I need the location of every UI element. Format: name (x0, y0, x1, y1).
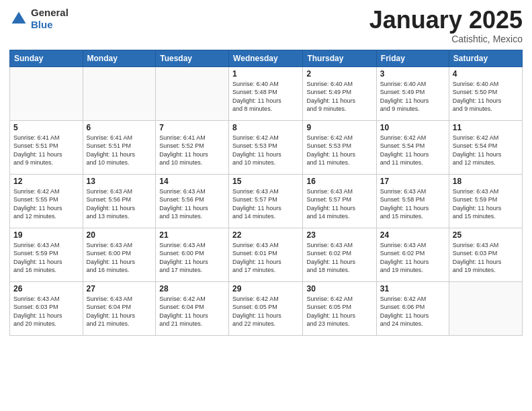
calendar-week: 1Sunrise: 6:40 AM Sunset: 5:48 PM Daylig… (10, 66, 523, 120)
calendar-cell: 28Sunrise: 6:42 AM Sunset: 6:04 PM Dayli… (156, 281, 229, 335)
calendar-cell: 23Sunrise: 6:43 AM Sunset: 6:02 PM Dayli… (303, 228, 376, 281)
day-number: 2 (306, 69, 372, 79)
calendar-cell (156, 66, 229, 120)
day-number: 10 (380, 123, 445, 132)
day-number: 22 (232, 230, 299, 240)
day-number: 9 (306, 123, 372, 132)
logo-blue: Blue (31, 19, 53, 30)
day-number: 25 (453, 230, 519, 240)
day-info: Sunrise: 6:40 AM Sunset: 5:50 PM Dayligh… (453, 80, 519, 113)
day-info: Sunrise: 6:43 AM Sunset: 5:57 PM Dayligh… (232, 187, 299, 221)
calendar-cell: 30Sunrise: 6:42 AM Sunset: 6:05 PM Dayli… (303, 281, 376, 335)
calendar-cell: 27Sunrise: 6:43 AM Sunset: 6:04 PM Dayli… (83, 281, 156, 335)
day-number: 21 (159, 230, 225, 240)
calendar-week: 12Sunrise: 6:42 AM Sunset: 5:55 PM Dayli… (10, 174, 523, 228)
calendar-cell: 26Sunrise: 6:43 AM Sunset: 6:03 PM Dayli… (10, 281, 83, 335)
day-number: 29 (232, 284, 299, 293)
day-info: Sunrise: 6:43 AM Sunset: 6:04 PM Dayligh… (87, 295, 152, 328)
day-info: Sunrise: 6:43 AM Sunset: 6:03 PM Dayligh… (13, 295, 79, 328)
calendar-cell: 4Sunrise: 6:40 AM Sunset: 5:50 PM Daylig… (449, 66, 522, 120)
calendar-cell: 25Sunrise: 6:43 AM Sunset: 6:03 PM Dayli… (449, 228, 522, 281)
day-info: Sunrise: 6:43 AM Sunset: 6:03 PM Dayligh… (453, 241, 519, 275)
day-info: Sunrise: 6:43 AM Sunset: 5:56 PM Dayligh… (87, 187, 152, 221)
day-number: 23 (306, 230, 372, 240)
calendar-cell: 3Sunrise: 6:40 AM Sunset: 5:49 PM Daylig… (376, 66, 449, 120)
weekday-header: Friday (376, 50, 449, 66)
day-number: 5 (13, 123, 79, 132)
calendar-cell: 5Sunrise: 6:41 AM Sunset: 5:51 PM Daylig… (10, 120, 83, 174)
calendar-cell: 8Sunrise: 6:42 AM Sunset: 5:53 PM Daylig… (229, 120, 303, 174)
calendar-cell: 9Sunrise: 6:42 AM Sunset: 5:53 PM Daylig… (303, 120, 376, 174)
weekday-header: Saturday (449, 50, 522, 66)
day-info: Sunrise: 6:42 AM Sunset: 5:54 PM Dayligh… (453, 134, 519, 167)
calendar-cell (83, 66, 156, 120)
day-info: Sunrise: 6:43 AM Sunset: 5:58 PM Dayligh… (380, 187, 445, 221)
day-number: 16 (306, 177, 372, 186)
day-info: Sunrise: 6:42 AM Sunset: 5:54 PM Dayligh… (380, 134, 445, 167)
calendar-cell: 29Sunrise: 6:42 AM Sunset: 6:05 PM Dayli… (229, 281, 303, 335)
day-info: Sunrise: 6:43 AM Sunset: 6:02 PM Dayligh… (306, 241, 372, 275)
calendar-week: 5Sunrise: 6:41 AM Sunset: 5:51 PM Daylig… (10, 120, 523, 174)
calendar-cell: 7Sunrise: 6:41 AM Sunset: 5:52 PM Daylig… (156, 120, 229, 174)
calendar-cell: 11Sunrise: 6:42 AM Sunset: 5:54 PM Dayli… (449, 120, 522, 174)
calendar-cell: 18Sunrise: 6:43 AM Sunset: 5:59 PM Dayli… (449, 174, 522, 228)
day-number: 8 (232, 123, 299, 132)
day-number: 28 (159, 284, 225, 293)
day-info: Sunrise: 6:41 AM Sunset: 5:51 PM Dayligh… (13, 134, 79, 167)
calendar-header: SundayMondayTuesdayWednesdayThursdayFrid… (10, 50, 523, 66)
day-info: Sunrise: 6:43 AM Sunset: 5:59 PM Dayligh… (13, 241, 79, 275)
day-info: Sunrise: 6:42 AM Sunset: 6:04 PM Dayligh… (159, 295, 225, 328)
calendar-cell: 19Sunrise: 6:43 AM Sunset: 5:59 PM Dayli… (10, 228, 83, 281)
day-info: Sunrise: 6:43 AM Sunset: 5:57 PM Dayligh… (306, 187, 372, 221)
weekday-header: Sunday (10, 50, 83, 66)
day-info: Sunrise: 6:40 AM Sunset: 5:49 PM Dayligh… (306, 80, 372, 113)
calendar-cell: 14Sunrise: 6:43 AM Sunset: 5:56 PM Dayli… (156, 174, 229, 228)
calendar-body: 1Sunrise: 6:40 AM Sunset: 5:48 PM Daylig… (10, 66, 523, 335)
calendar-cell: 21Sunrise: 6:43 AM Sunset: 6:00 PM Dayli… (156, 228, 229, 281)
day-info: Sunrise: 6:43 AM Sunset: 6:00 PM Dayligh… (87, 241, 152, 275)
logo: General Blue (9, 7, 69, 31)
calendar: SundayMondayTuesdayWednesdayThursdayFrid… (9, 50, 523, 336)
day-info: Sunrise: 6:40 AM Sunset: 5:49 PM Dayligh… (380, 80, 445, 113)
day-info: Sunrise: 6:42 AM Sunset: 5:53 PM Dayligh… (306, 134, 372, 167)
logo-general: General (31, 7, 69, 18)
location: Catishtic, Mexico (369, 34, 523, 44)
day-number: 1 (232, 69, 299, 79)
logo-text: General Blue (31, 7, 69, 31)
calendar-cell: 12Sunrise: 6:42 AM Sunset: 5:55 PM Dayli… (10, 174, 83, 228)
calendar-cell: 17Sunrise: 6:43 AM Sunset: 5:58 PM Dayli… (376, 174, 449, 228)
calendar-cell (10, 66, 83, 120)
calendar-cell: 22Sunrise: 6:43 AM Sunset: 6:01 PM Dayli… (229, 228, 303, 281)
day-info: Sunrise: 6:42 AM Sunset: 6:05 PM Dayligh… (306, 295, 372, 328)
day-number: 4 (453, 69, 519, 79)
day-number: 15 (232, 177, 299, 186)
day-info: Sunrise: 6:40 AM Sunset: 5:48 PM Dayligh… (232, 80, 299, 113)
calendar-cell (449, 281, 522, 335)
header: General Blue January 2025 Catishtic, Mex… (9, 7, 523, 44)
day-info: Sunrise: 6:43 AM Sunset: 6:02 PM Dayligh… (380, 241, 445, 275)
day-number: 27 (87, 284, 152, 293)
day-number: 14 (159, 177, 225, 186)
weekday-header: Tuesday (156, 50, 229, 66)
day-info: Sunrise: 6:43 AM Sunset: 5:59 PM Dayligh… (453, 187, 519, 221)
calendar-cell: 15Sunrise: 6:43 AM Sunset: 5:57 PM Dayli… (229, 174, 303, 228)
day-info: Sunrise: 6:43 AM Sunset: 6:01 PM Dayligh… (232, 241, 299, 275)
day-number: 17 (380, 177, 445, 186)
weekday-header: Monday (83, 50, 156, 66)
month-title: January 2025 (369, 7, 523, 34)
day-info: Sunrise: 6:41 AM Sunset: 5:51 PM Dayligh… (87, 134, 152, 167)
day-info: Sunrise: 6:42 AM Sunset: 5:53 PM Dayligh… (232, 134, 299, 167)
calendar-cell: 13Sunrise: 6:43 AM Sunset: 5:56 PM Dayli… (83, 174, 156, 228)
day-info: Sunrise: 6:43 AM Sunset: 6:00 PM Dayligh… (159, 241, 225, 275)
day-info: Sunrise: 6:42 AM Sunset: 6:05 PM Dayligh… (232, 295, 299, 328)
calendar-week: 26Sunrise: 6:43 AM Sunset: 6:03 PM Dayli… (10, 281, 523, 335)
day-number: 26 (13, 284, 79, 293)
day-number: 20 (87, 230, 152, 240)
weekday-header: Thursday (303, 50, 376, 66)
calendar-cell: 2Sunrise: 6:40 AM Sunset: 5:49 PM Daylig… (303, 66, 376, 120)
calendar-cell: 10Sunrise: 6:42 AM Sunset: 5:54 PM Dayli… (376, 120, 449, 174)
day-number: 13 (87, 177, 152, 186)
svg-rect-1 (17, 17, 21, 24)
day-number: 31 (380, 284, 445, 293)
weekday-row: SundayMondayTuesdayWednesdayThursdayFrid… (10, 50, 523, 66)
